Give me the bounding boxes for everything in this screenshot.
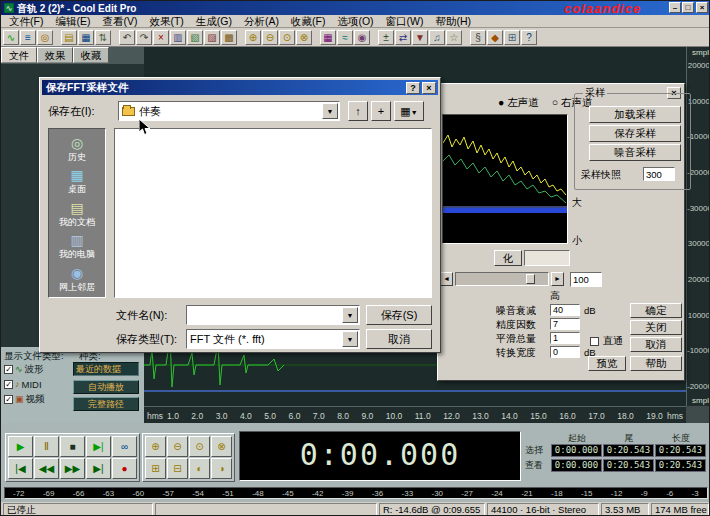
- cue-list-icon[interactable]: ◆: [487, 30, 503, 45]
- maximize-button[interactable]: □: [682, 2, 694, 13]
- waveform-view-icon[interactable]: ∿: [3, 30, 19, 45]
- zoom-full-button[interactable]: ⊙: [189, 436, 210, 457]
- noise-field-input[interactable]: [550, 332, 580, 344]
- noise-level-input[interactable]: [570, 272, 602, 287]
- filetype-combo-arrow-icon[interactable]: ▼: [342, 331, 358, 347]
- amplify-effect-icon[interactable]: ±: [378, 30, 394, 45]
- auto-play-button[interactable]: 自动播放: [73, 380, 139, 394]
- zoom-out-icon[interactable]: ⊖: [262, 30, 278, 45]
- place-history[interactable]: ◎ 历史: [49, 135, 105, 167]
- filetype-combo[interactable]: FFT 文件 (*. fft) ▼: [186, 329, 360, 349]
- cancel-button[interactable]: 取消: [366, 329, 432, 349]
- sort-dropdown[interactable]: 最近的数据: [73, 362, 139, 376]
- noise-field-input[interactable]: [550, 346, 580, 358]
- selection-end-value[interactable]: 0:20.543: [603, 444, 654, 457]
- selection-length-value[interactable]: 0:20.543: [655, 459, 706, 472]
- cut-icon[interactable]: ×: [153, 30, 169, 45]
- zoom-selection-icon[interactable]: ⊙: [279, 30, 295, 45]
- menu-item[interactable]: 分析(A): [238, 15, 285, 27]
- redo-icon[interactable]: ↷: [136, 30, 152, 45]
- new-folder-button[interactable]: +: [371, 101, 391, 121]
- open-file-icon[interactable]: ▤: [61, 30, 77, 45]
- menu-item[interactable]: 文件(F): [3, 15, 49, 27]
- save-button[interactable]: 保存(S): [366, 305, 432, 325]
- zoom-in-button[interactable]: ⊕: [145, 436, 166, 457]
- minimize-button[interactable]: –: [669, 2, 681, 13]
- save-dialog-titlebar[interactable]: 保存FFT采样文件: [42, 80, 438, 95]
- filename-combo-arrow-icon[interactable]: ▼: [342, 307, 358, 323]
- play-button[interactable]: ▶: [8, 436, 33, 457]
- selection-start-value[interactable]: 0:00.000: [551, 444, 602, 457]
- zoom-full-icon[interactable]: ⊗: [296, 30, 312, 45]
- menu-item[interactable]: 帮助(H): [430, 15, 478, 27]
- dialog-help-icon[interactable]: ?: [406, 82, 420, 94]
- filename-combo[interactable]: ▼: [186, 305, 360, 325]
- slider-right-arrow[interactable]: ►: [551, 272, 564, 286]
- zoom-right-edge-button[interactable]: ◑: [211, 458, 232, 479]
- time-display[interactable]: 0:00.000: [239, 431, 521, 481]
- dialog-close-icon[interactable]: ×: [422, 82, 436, 94]
- go-to-start-button[interactable]: |◀: [8, 458, 33, 479]
- zoom-in-vertical-button[interactable]: ⊞: [145, 458, 166, 479]
- close-button[interactable]: ×: [696, 2, 708, 13]
- up-one-level-button[interactable]: ↑: [348, 101, 368, 121]
- pause-button[interactable]: Ⅱ: [34, 436, 59, 457]
- graph-tab-button[interactable]: 化: [494, 250, 522, 266]
- save-sample-button[interactable]: 保存采样: [589, 125, 681, 142]
- slider-thumb[interactable]: [526, 274, 535, 284]
- save-file-icon[interactable]: ▦: [78, 30, 94, 45]
- left-channel-radio[interactable]: ● 左声道: [498, 96, 539, 110]
- go-to-end-button[interactable]: ▶|: [86, 458, 111, 479]
- menu-item[interactable]: 收藏(F): [285, 15, 331, 27]
- rewind-button[interactable]: ◀◀: [34, 458, 59, 479]
- record-button[interactable]: ●: [112, 458, 137, 479]
- full-path-button[interactable]: 完整路径: [73, 397, 139, 411]
- multitrack-view-icon[interactable]: ≡: [20, 30, 36, 45]
- copy-icon[interactable]: ▥: [170, 30, 186, 45]
- bypass-checkbox-row[interactable]: 直通: [590, 334, 623, 348]
- time-ruler[interactable]: hms 1.02.03.04.05.06.07.08.09.010.011.01…: [144, 406, 686, 423]
- frequency-analysis-icon[interactable]: ≈: [337, 30, 353, 45]
- zoom-in-icon[interactable]: ⊕: [245, 30, 261, 45]
- paste-icon[interactable]: ▧: [187, 30, 203, 45]
- menu-item[interactable]: 效果(T): [143, 15, 189, 27]
- view-menu-button[interactable]: ▦▼: [394, 101, 424, 121]
- play-to-end-button[interactable]: ▶|: [86, 436, 111, 457]
- organizer-tab[interactable]: 收藏: [73, 47, 109, 63]
- noise-field-input[interactable]: [550, 304, 580, 316]
- graph-field[interactable]: [524, 250, 570, 266]
- place-my-computer[interactable]: ▥ 我的电脑: [49, 232, 105, 264]
- noise-field-input[interactable]: [550, 318, 580, 330]
- organizer-tab[interactable]: 文件: [1, 47, 37, 63]
- cd-project-icon[interactable]: ◎: [37, 30, 53, 45]
- organizer-tab[interactable]: 效果: [37, 47, 73, 63]
- selection-end-value[interactable]: 0:20.543: [603, 459, 654, 472]
- bypass-checkbox[interactable]: [590, 337, 599, 346]
- zoom-selection-button[interactable]: ⊗: [211, 436, 232, 457]
- load-sample-button[interactable]: 加载采样: [589, 106, 681, 123]
- mix-paste-icon[interactable]: ▨: [204, 30, 220, 45]
- preview-button[interactable]: 预览: [588, 356, 626, 371]
- menu-item[interactable]: 生成(G): [190, 15, 238, 27]
- fast-forward-button[interactable]: ▶▶: [60, 458, 85, 479]
- trim-icon[interactable]: ▩: [221, 30, 237, 45]
- script-icon[interactable]: §: [470, 30, 486, 45]
- import-icon[interactable]: ⇅: [95, 30, 111, 45]
- zoom-out-button[interactable]: ⊖: [167, 436, 188, 457]
- snapshot-input[interactable]: [643, 167, 675, 181]
- place-desktop[interactable]: ▦ 桌面: [49, 167, 105, 199]
- selection-length-value[interactable]: 0:20.543: [655, 444, 706, 457]
- place-network[interactable]: ◉ 网上邻居: [49, 265, 105, 297]
- file-type-checkbox[interactable]: ✓: [4, 365, 13, 374]
- help-icon[interactable]: ?: [521, 30, 537, 45]
- noise-reduction-icon[interactable]: ♫: [429, 30, 445, 45]
- menu-item[interactable]: 编辑(E): [49, 15, 96, 27]
- slider-left-arrow[interactable]: ◄: [440, 272, 453, 286]
- ok-button[interactable]: 确定: [630, 303, 682, 318]
- file-type-checkbox[interactable]: ✓: [4, 380, 13, 389]
- selection-start-value[interactable]: 0:00.000: [551, 459, 602, 472]
- help-noise-button[interactable]: 帮助: [630, 356, 682, 371]
- level-meter[interactable]: -72-69-66-63-60-57-54-51-48-45-42-39-36-…: [4, 487, 708, 499]
- menu-item[interactable]: 选项(O): [331, 15, 379, 27]
- zoom-out-vertical-button[interactable]: ⊟: [167, 458, 188, 479]
